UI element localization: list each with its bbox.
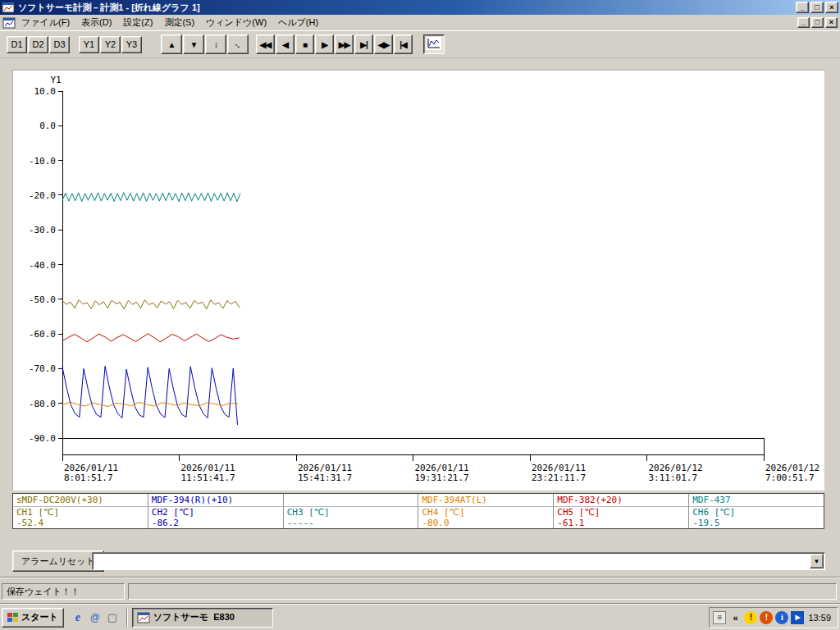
combo-dropdown-button[interactable]: ▼ [810,554,824,568]
jump-start-button[interactable]: |◀ [394,34,413,54]
mdi-close-button[interactable]: × [825,17,838,28]
data-select-group: D1D2D3 [7,36,71,53]
channel-cell: MDF-394AT(L)CH4 [℃]-80.0 [418,494,554,528]
minimize-button[interactable]: _ [796,2,809,13]
status-message: 保存ウェイト！！ [2,583,125,600]
show-desktop-icon[interactable]: ▢ [105,610,120,625]
channel-id: CH5 [℃] [554,507,688,518]
menu-measure[interactable]: 測定(S) [158,15,200,30]
channel-cell: MDF-437CH6 [℃]-19.5 [689,494,824,528]
channel-cell: CH3 [℃]----- [284,494,419,528]
security-warning-icon[interactable]: ! [744,611,757,624]
svg-text:-90.0: -90.0 [29,433,56,444]
scroll-down-button[interactable]: ▼ [183,34,204,54]
series-ch5 [62,334,240,342]
line-graph-view-button[interactable] [423,34,445,54]
scale-nav-group: ▲▼↕↔ [161,34,249,54]
d2-button[interactable]: D2 [28,36,48,53]
svg-text:-60.0: -60.0 [29,329,56,340]
task-app-icon [137,612,150,623]
tray-expand-chevron[interactable]: « [728,611,742,624]
fast-forward-button[interactable]: ▶▶ [335,34,354,54]
taskbar: スタート e@▢ ソフトサーモ E830 ≡«!!i▶13:59 [0,604,840,630]
line-chart: Y110.00.0-10.0-20.0-30.0-40.0-50.0-60.0-… [13,71,825,491]
quick-launch: e@▢ [71,610,122,625]
channel-value: -80.0 [418,518,553,528]
start-button[interactable]: スタート [2,608,64,628]
channel-name [284,494,418,507]
svg-text:-20.0: -20.0 [29,190,56,201]
window-title: ソフトサーモ計測－計測1 - [折れ線グラフ 1] [18,2,794,14]
mdi-minimize-button[interactable]: _ [797,17,810,28]
task-label: ソフトサーモ E830 [153,611,235,623]
svg-text:7:00:51.7: 7:00:51.7 [765,472,815,483]
channel-id: CH4 [℃] [418,507,553,518]
channel-cell: sMDF-DC200V(+30)CH1 [℃]-52.4 [13,494,148,528]
taskbar-separator [126,609,128,627]
close-button[interactable]: × [825,2,838,13]
keyboard-icon[interactable]: ≡ [713,611,726,624]
y3-button[interactable]: Y3 [121,36,142,53]
series-ch1 [62,300,240,309]
svg-text:-30.0: -30.0 [29,225,56,235]
forward-button[interactable]: ▶ [315,34,334,54]
maximize-button[interactable]: □ [810,2,824,13]
taskbar-clock[interactable]: 13:59 [806,613,834,623]
info-icon[interactable]: i [775,611,788,624]
channel-value: -86.2 [148,518,283,528]
menu-file[interactable]: ファイル(F) [16,15,75,30]
chevron-down-icon: ▼ [814,558,820,565]
d1-button[interactable]: D1 [7,36,27,53]
ie-icon[interactable]: e [71,610,85,625]
menu-help[interactable]: ヘルプ(H) [272,15,324,30]
system-tray: ≡«!!i▶13:59 [709,607,838,628]
media-play-icon[interactable]: ▶ [791,611,804,624]
zoom-fit-button[interactable]: ↔ [227,34,249,54]
expand-horizontal-button[interactable]: ◀▶ [374,34,393,54]
alarm-reset-button[interactable]: アラームリセット [12,550,104,572]
svg-text:3:11:01.7: 3:11:01.7 [649,472,698,483]
scroll-up-button[interactable]: ▲ [161,34,182,54]
channel-cell: MDF-394(R)(+10)CH2 [℃]-86.2 [148,494,284,528]
y1-button[interactable]: Y1 [79,36,99,53]
back-button[interactable]: ◀ [276,34,294,54]
menu-view[interactable]: 表示(D) [75,15,117,30]
channel-value: -61.1 [554,518,688,528]
alarm-combo[interactable]: ▼ [92,552,825,570]
channel-value: -52.4 [13,518,148,528]
svg-text:11:51:41.7: 11:51:41.7 [181,472,235,483]
svg-text:23:21:11.7: 23:21:11.7 [532,472,586,483]
stop-button[interactable]: ■ [295,34,314,54]
series-ch6 [62,193,240,202]
jump-latest-button[interactable]: ▶| [354,34,373,54]
transport-group: ◀◀◀■▶▶▶▶|◀▶|◀ [256,34,413,54]
fast-rewind-button[interactable]: ◀◀ [256,34,275,54]
alert-icon[interactable]: ! [760,611,773,624]
series-ch4 [62,402,238,407]
start-label: スタート [21,611,58,623]
menu-settings[interactable]: 設定(Z) [117,15,158,30]
channel-info-panel: sMDF-DC200V(+30)CH1 [℃]-52.4MDF-394(R)(+… [12,493,824,529]
mdi-restore-button[interactable]: □ [811,17,824,28]
status-extra [128,583,837,600]
app-icon [2,2,15,13]
channel-id: CH1 [℃] [13,507,148,518]
channel-id: CH2 [℃] [148,507,283,518]
status-bar: 保存ウェイト！！ [0,578,840,605]
line-graph-icon [427,37,441,50]
document-icon [2,17,16,29]
y2-button[interactable]: Y2 [100,36,121,53]
svg-text:15:41:31.7: 15:41:31.7 [298,472,352,483]
menu-items: ファイル(F)表示(D)設定(Z)測定(S)ウィンドウ(W)ヘルプ(H) [16,15,324,30]
chart-panel: Y110.00.0-10.0-20.0-30.0-40.0-50.0-60.0-… [12,70,824,491]
menu-window[interactable]: ウィンドウ(W) [200,15,272,30]
title-bar: ソフトサーモ計測－計測1 - [折れ線グラフ 1] _ □ × [0,0,840,15]
expand-vertical-button[interactable]: ↕ [205,34,226,54]
mail-icon[interactable]: @ [88,610,103,625]
svg-text:10.0: 10.0 [34,86,57,97]
d3-button[interactable]: D3 [49,36,70,53]
svg-text:-80.0: -80.0 [29,399,56,409]
task-button-softthermo[interactable]: ソフトサーモ E830 [132,608,273,628]
svg-text:-50.0: -50.0 [29,294,56,305]
y-axis-group: Y1Y2Y3 [79,36,143,53]
